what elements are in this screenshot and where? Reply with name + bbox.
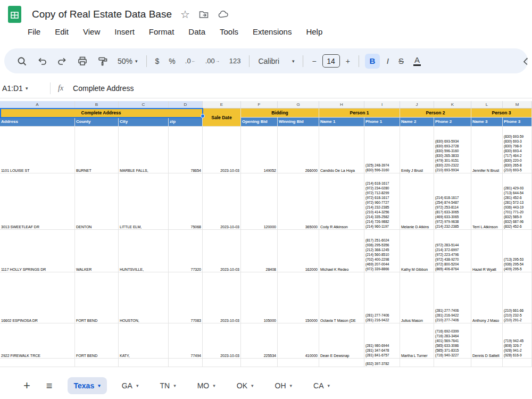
cell-address-row3[interactable]: 1117 HOLLY SPRINGS DR: [0, 230, 75, 272]
font-select[interactable]: Calibri ▾: [253, 54, 299, 69]
cell-phone3-row5[interactable]: (719) 942-45 (808) 326-7 (928) 941-2 (92…: [503, 323, 532, 359]
group-header-sale-date[interactable]: Sale Date: [203, 109, 241, 127]
cell-name1-row2[interactable]: Cody R Atkinson: [319, 173, 364, 230]
cell-name1-row6[interactable]: [319, 359, 364, 367]
cell-phone2-row3[interactable]: (972) 283-5144 (214) 372-6997 (972) 223-…: [434, 230, 471, 272]
column-header-c[interactable]: C: [119, 101, 169, 109]
cell-name2-row1[interactable]: Emily J Brust: [400, 127, 434, 173]
column-header-h[interactable]: H: [319, 101, 364, 109]
cell-name2-row5[interactable]: Martha L Turner: [400, 323, 434, 359]
cell-phone3-row1[interactable]: (830) 693-59 (830) 693-3 (830) 798-9 (83…: [503, 127, 532, 173]
cell-phone1-row5[interactable]: (281) 980-6944 (281) 347-6478 (281) 841-…: [364, 323, 400, 359]
column-header-j[interactable]: J: [400, 101, 434, 109]
more-formats-button[interactable]: 123: [225, 54, 246, 69]
cell-name3-row5[interactable]: Dennis D Sattelt: [471, 323, 503, 359]
cell-sale_date-row3[interactable]: 2023-10-03: [203, 230, 241, 272]
menu-insert[interactable]: Insert: [114, 27, 135, 36]
cell-sale_date-row2[interactable]: 2023-10-03: [203, 173, 241, 230]
sheet-tab-oh[interactable]: OH ▾: [269, 377, 299, 394]
sub-header-opening-bid[interactable]: Opening Bid: [241, 118, 278, 127]
cell-sale_date-row5[interactable]: 2023-10-03: [203, 323, 241, 359]
cell-phone2-row6[interactable]: [434, 359, 471, 367]
sub-header-name-2[interactable]: Name 2: [400, 118, 434, 127]
cell-county-row1[interactable]: BURNET: [75, 127, 119, 173]
cell-phone1-row3[interactable]: (817) 251-6024 (936) 295-5356 (212) 368-…: [364, 230, 400, 272]
spreadsheet-grid[interactable]: ABCDEFGHIJKLMComplete AddressSale DateBi…: [0, 101, 532, 367]
fill-color-icon[interactable]: [522, 56, 528, 66]
zoom-select[interactable]: 50% ▾: [113, 54, 143, 69]
sheet-tab-texas[interactable]: Texas ▾: [68, 377, 107, 394]
document-status-cloud-icon[interactable]: [218, 9, 229, 20]
cell-name1-row4[interactable]: Octavia T Mason (DE: [319, 272, 364, 323]
cell-county-row3[interactable]: WALKER: [75, 230, 119, 272]
cell-winning_bid-row2[interactable]: 365000: [278, 173, 319, 230]
cell-city-row2[interactable]: LITTLE ELM,: [119, 173, 169, 230]
cell-city-row1[interactable]: MARBLE FALLS,: [119, 127, 169, 173]
column-header-g[interactable]: G: [278, 101, 319, 109]
sub-header-city[interactable]: City: [119, 118, 169, 127]
cell-name3-row2[interactable]: Terri L Atkinson: [471, 173, 503, 230]
format-currency-button[interactable]: $: [151, 54, 164, 69]
menu-view[interactable]: View: [83, 27, 100, 36]
cell-winning_bid-row5[interactable]: 410000: [278, 323, 319, 359]
sheets-logo-icon[interactable]: [5, 5, 23, 23]
increase-decimal-button[interactable]: .00 →: [201, 54, 225, 69]
decrease-decimal-button[interactable]: .0 ←: [180, 54, 201, 69]
cell-county-row5[interactable]: FORT BEND: [75, 323, 119, 359]
cell-address-row6[interactable]: [0, 359, 75, 367]
star-icon[interactable]: ☆: [180, 9, 190, 20]
sub-header-phone-3[interactable]: Phone 3: [503, 118, 532, 127]
sheet-tab-ga[interactable]: GA ▾: [115, 377, 145, 394]
sub-header-county[interactable]: County: [75, 118, 119, 127]
cell-phone1-row4[interactable]: (281) 277-7406 (281) 216-9422: [364, 272, 400, 323]
cell-address-row2[interactable]: 3013 SWEETLEAF DR: [0, 173, 75, 230]
cell-phone2-row1[interactable]: (830) 693-5934 (830) 693-2728 (830) 596-…: [434, 127, 471, 173]
column-header-k[interactable]: K: [434, 101, 471, 109]
group-header-person-2[interactable]: Person 2: [400, 109, 471, 118]
cell-winning_bid-row6[interactable]: [278, 359, 319, 367]
group-header-person-3[interactable]: Person 3: [471, 109, 532, 118]
menu-data[interactable]: Data: [188, 27, 205, 36]
search-icon[interactable]: [12, 54, 32, 69]
add-sheet-button[interactable]: +: [23, 380, 30, 392]
redo-icon[interactable]: [52, 54, 72, 69]
name-box[interactable]: A1:D1 ▾: [0, 84, 46, 93]
cell-phone1-row1[interactable]: (325) 248-3974 (830) 596-3160: [364, 127, 400, 173]
cell-zip-row2[interactable]: 75068: [169, 173, 203, 230]
cell-name3-row1[interactable]: Jennifer N Brust: [471, 127, 503, 173]
sub-header-phone-1[interactable]: Phone 1: [364, 118, 400, 127]
sub-header-zip[interactable]: zip: [169, 118, 203, 127]
cell-opening_bid-row2[interactable]: 120000: [241, 173, 278, 230]
cell-name2-row6[interactable]: [400, 359, 434, 367]
cell-opening_bid-row3[interactable]: 28408: [241, 230, 278, 272]
menu-help[interactable]: Help: [306, 27, 322, 36]
cell-name2-row2[interactable]: Melanie D Atkins: [400, 173, 434, 230]
cell-phone3-row6[interactable]: [503, 359, 532, 367]
sheet-tab-tn[interactable]: TN ▾: [154, 377, 182, 394]
cell-sale_date-row6[interactable]: [203, 359, 241, 367]
bold-button[interactable]: B: [365, 54, 380, 69]
increase-font-size-button[interactable]: +: [341, 54, 355, 69]
cell-phone2-row4[interactable]: (281) 277-7406 (281) 216-9422 (210) 277-…: [434, 272, 471, 323]
cell-name3-row3[interactable]: Hazel R Wyatt: [471, 230, 503, 272]
column-header-f[interactable]: F: [241, 101, 278, 109]
cell-name1-row3[interactable]: Michael K Redeo: [319, 230, 364, 272]
cell-phone3-row4[interactable]: (210) 661-66 (210) 232-5 (210) 291-2: [503, 272, 532, 323]
menu-extensions[interactable]: Extensions: [253, 27, 292, 36]
cell-name3-row6[interactable]: [471, 359, 503, 367]
fill-handle[interactable]: [201, 114, 205, 118]
cell-address-row1[interactable]: 1101 LOUISE ST: [0, 127, 75, 173]
cell-winning_bid-row4[interactable]: 150000: [278, 272, 319, 323]
cell-opening_bid-row6[interactable]: [241, 359, 278, 367]
cell-name1-row5[interactable]: Dean E Dewsnap: [319, 323, 364, 359]
column-header-l[interactable]: L: [471, 101, 503, 109]
column-header-i[interactable]: I: [364, 101, 400, 109]
cell-phone1-row6[interactable]: (832) 397-3782: [364, 359, 400, 367]
cell-opening_bid-row4[interactable]: 105000: [241, 272, 278, 323]
cell-phone3-row2[interactable]: (281) 429-93 (713) 644-54 (281) 452-6 (2…: [503, 173, 532, 230]
cell-zip-row4[interactable]: 77083: [169, 272, 203, 323]
paint-format-icon[interactable]: [93, 54, 113, 69]
menu-file[interactable]: File: [28, 27, 40, 36]
cell-sale_date-row1[interactable]: 2023-10-03: [203, 127, 241, 173]
menu-format[interactable]: Format: [149, 27, 174, 36]
